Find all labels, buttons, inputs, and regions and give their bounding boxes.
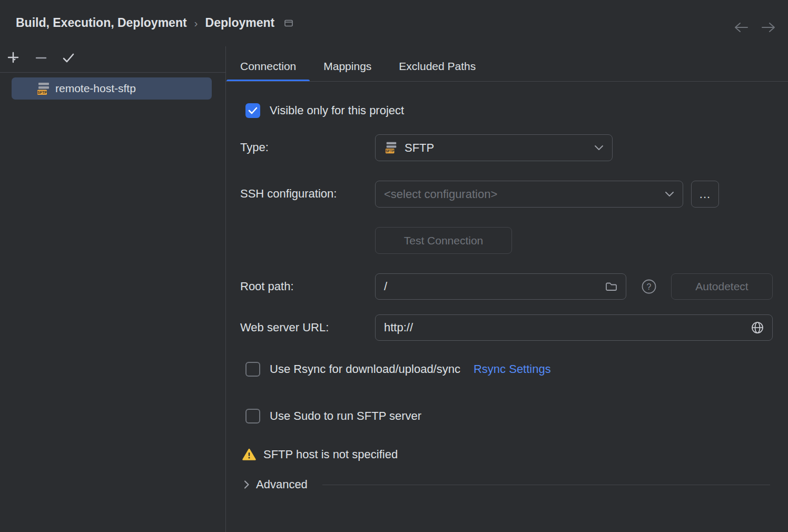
warning-message: SFTP host is not specified	[263, 447, 398, 462]
visible-only-checkbox[interactable]	[245, 103, 260, 118]
test-connection-button[interactable]: Test Connection	[375, 227, 512, 254]
ssh-configuration-label: SSH configuration:	[240, 186, 337, 201]
tab-bar: Connection Mappings Excluded Paths	[226, 51, 489, 81]
use-sudo-row: Use Sudo to run SFTP server	[245, 409, 421, 423]
root-path-value: /	[384, 280, 387, 293]
advanced-label: Advanced	[256, 477, 308, 492]
autodetect-button[interactable]: Autodetect	[671, 273, 773, 300]
chevron-right-icon	[243, 480, 250, 489]
type-value: SFTP	[405, 141, 434, 155]
web-server-url-label: Web server URL:	[240, 320, 329, 335]
svg-text:?: ?	[647, 282, 652, 291]
breadcrumb: Build, Execution, Deployment › Deploymen…	[16, 16, 293, 30]
window-icon	[284, 19, 293, 27]
page-title: Deployment	[205, 16, 275, 30]
warning-row: SFTP host is not specified	[242, 447, 398, 462]
panel-divider	[225, 46, 226, 532]
visible-only-label: Visible only for this project	[270, 103, 404, 118]
back-arrow-icon[interactable]	[733, 20, 750, 35]
server-list-item[interactable]: SFTP remote-host-sftp	[12, 77, 212, 100]
breadcrumb-section[interactable]: Build, Execution, Deployment	[16, 16, 187, 30]
root-path-label: Root path:	[240, 279, 294, 294]
sidebar-toolbar-divider	[0, 72, 225, 73]
visible-only-row: Visible only for this project	[245, 103, 404, 118]
chevron-down-icon	[665, 191, 674, 197]
sftp-type-icon: SFTP	[384, 141, 399, 154]
breadcrumb-separator: ›	[194, 17, 198, 29]
ssh-configuration-browse-button[interactable]: ...	[691, 181, 719, 208]
web-server-url-input[interactable]: http://	[375, 314, 773, 341]
type-dropdown[interactable]: SFTP SFTP	[375, 134, 613, 161]
use-rsync-row: Use Rsync for download/upload/sync Rsync…	[245, 362, 551, 377]
globe-icon[interactable]	[751, 321, 764, 334]
apply-button[interactable]	[59, 48, 78, 67]
tab-mappings[interactable]: Mappings	[310, 51, 385, 81]
add-server-button[interactable]	[4, 48, 23, 67]
server-list-item-label: remote-host-sftp	[55, 82, 136, 95]
remove-server-button[interactable]	[32, 48, 51, 67]
ssh-configuration-value: <select configuration>	[384, 188, 497, 201]
advanced-divider	[322, 485, 770, 485]
sftp-server-icon: SFTP	[36, 82, 52, 96]
tab-excluded-paths[interactable]: Excluded Paths	[385, 51, 489, 81]
web-server-url-value: http://	[384, 321, 413, 334]
svg-text:SFTP: SFTP	[37, 91, 47, 94]
root-path-input[interactable]: /	[375, 273, 626, 300]
use-sudo-checkbox[interactable]	[245, 409, 260, 423]
tab-bar-divider	[225, 81, 788, 82]
tab-connection[interactable]: Connection	[226, 51, 310, 81]
use-rsync-checkbox[interactable]	[245, 362, 260, 377]
warning-icon	[242, 448, 256, 461]
type-label: Type:	[240, 140, 269, 155]
chevron-down-icon	[594, 145, 604, 151]
folder-icon[interactable]	[605, 282, 617, 292]
svg-text:SFTP: SFTP	[386, 149, 395, 153]
plus-icon	[7, 51, 21, 65]
help-icon[interactable]: ?	[641, 279, 657, 297]
minus-icon	[34, 51, 48, 65]
use-sudo-label: Use Sudo to run SFTP server	[270, 409, 421, 423]
checkmark-icon	[62, 51, 75, 65]
rsync-settings-link[interactable]: Rsync Settings	[474, 362, 551, 376]
use-rsync-label: Use Rsync for download/upload/sync	[270, 362, 460, 377]
ssh-configuration-dropdown[interactable]: <select configuration>	[375, 181, 683, 208]
forward-arrow-icon[interactable]	[760, 20, 777, 35]
sidebar-toolbar	[4, 48, 78, 67]
check-icon	[248, 107, 258, 114]
advanced-section-toggle[interactable]: Advanced	[243, 477, 770, 492]
